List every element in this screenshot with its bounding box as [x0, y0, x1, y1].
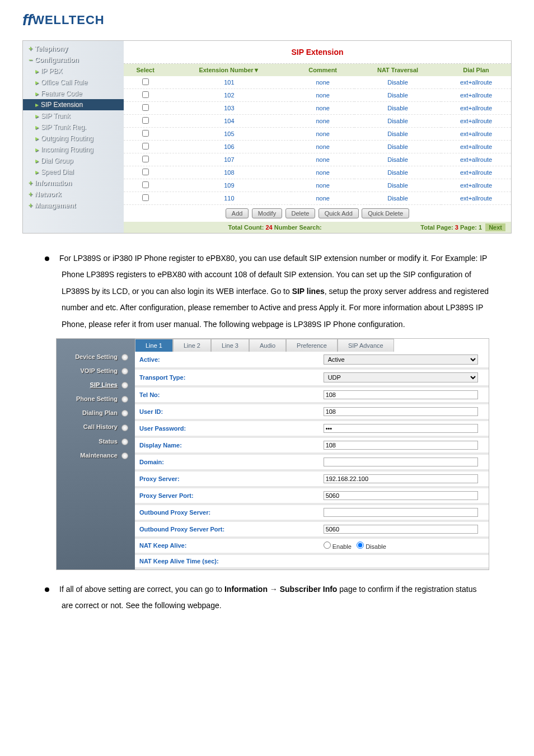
form-label: NAT Keep Alive Time (sec): — [135, 554, 319, 568]
nav-network[interactable]: +Network — [23, 189, 124, 200]
left-nav: +Telephony −Configuration ▸IP PBX▸Office… — [23, 41, 124, 233]
table-row[interactable]: 108noneDisableext+allroute — [124, 166, 511, 179]
circle-icon — [121, 396, 128, 403]
cell-ext: 103 — [167, 102, 291, 115]
field-select[interactable]: Active — [324, 354, 478, 365]
row-checkbox[interactable] — [142, 156, 149, 162]
table-row[interactable]: 103noneDisableext+allroute — [124, 102, 511, 115]
field-input[interactable] — [324, 474, 478, 483]
nav-sub-sip-trunk-reg-[interactable]: ▸SIP Trunk Reg. — [23, 122, 124, 133]
field-input[interactable] — [324, 491, 478, 500]
modify-button[interactable]: Modify — [252, 208, 282, 218]
nav-information[interactable]: +Information — [23, 178, 124, 189]
table-row[interactable]: 102noneDisableext+allroute — [124, 89, 511, 102]
radio-disable[interactable]: Disable — [357, 543, 386, 550]
nav-management[interactable]: +Management — [23, 200, 124, 211]
tab-sip-advance[interactable]: SIP Advance — [338, 339, 394, 352]
row-checkbox[interactable] — [142, 169, 149, 175]
form-label: Outbound Proxy Server: — [135, 504, 319, 521]
tab-line-2[interactable]: Line 2 — [173, 339, 211, 352]
bullet-icon: ▸ — [35, 90, 39, 97]
next-button[interactable]: Next — [485, 223, 505, 231]
nav-sub-sip-extension[interactable]: ▸SIP Extension — [23, 99, 124, 110]
nav-sub-office-call-rule[interactable]: ▸Office Call Rule — [23, 77, 124, 88]
form-label: Proxy Server: — [135, 470, 319, 487]
table-row[interactable]: 109noneDisableext+allroute — [124, 179, 511, 192]
quickdel-button[interactable]: Quick Delete — [362, 208, 409, 218]
form-label: Active: — [135, 352, 319, 368]
row-checkbox[interactable] — [142, 91, 149, 98]
table-footer: Total Count: 24 Number Search: Total Pag… — [124, 222, 511, 233]
bullet-icon — [45, 256, 49, 261]
th-plan: Dial Plan — [441, 64, 511, 76]
field-input[interactable] — [324, 525, 478, 534]
row-checkbox[interactable] — [142, 181, 149, 188]
cell-nat: Disable — [354, 89, 441, 102]
circle-icon — [121, 354, 128, 361]
cell-ext: 106 — [167, 141, 291, 153]
field-input[interactable] — [324, 508, 478, 517]
field-password[interactable] — [324, 424, 478, 433]
cell-plan: ext+allroute — [441, 192, 511, 205]
tab-audio[interactable]: Audio — [249, 339, 286, 352]
nav-sub-ip-pbx[interactable]: ▸IP PBX — [23, 66, 124, 77]
cell-comment: none — [291, 115, 354, 128]
form-label: User ID: — [135, 403, 319, 420]
plus-icon: + — [29, 202, 32, 209]
tab-preference[interactable]: Preference — [286, 339, 338, 352]
cell-ext: 102 — [167, 89, 291, 102]
table-row[interactable]: 104noneDisableext+allroute — [124, 115, 511, 128]
nav2-maintenance[interactable]: Maintenance — [57, 449, 135, 463]
cell-ext: 110 — [167, 192, 291, 205]
cell-nat: Disable — [354, 153, 441, 166]
row-checkbox[interactable] — [142, 104, 149, 111]
add-button[interactable]: Add — [226, 208, 249, 218]
lp389s-screenshot: Device Setting VOIP Setting SIP Lines Ph… — [56, 338, 489, 570]
nav-sub-feature-code[interactable]: ▸Feature Code — [23, 88, 124, 99]
nav-sub-speed-dial[interactable]: ▸Speed Dial — [23, 166, 124, 178]
quickadd-button[interactable]: Quick Add — [318, 208, 359, 218]
table-row[interactable]: 107noneDisableext+allroute — [124, 153, 511, 166]
table-row[interactable]: 106noneDisableext+allroute — [124, 141, 511, 153]
cell-ext: 105 — [167, 128, 291, 141]
field-input[interactable] — [324, 407, 478, 416]
cell-comment: none — [291, 192, 354, 205]
tab-line-1[interactable]: Line 1 — [135, 339, 173, 352]
table-row[interactable]: 110noneDisableext+allroute — [124, 192, 511, 205]
nav2-voip-setting[interactable]: VOIP Setting — [57, 364, 135, 378]
field-input[interactable] — [324, 441, 478, 450]
nav-configuration[interactable]: −Configuration — [23, 54, 124, 66]
row-checkbox[interactable] — [142, 78, 149, 85]
th-extnum[interactable]: Extension Number▼ — [167, 64, 291, 76]
nav2-status[interactable]: Status — [57, 435, 135, 449]
nav-sub-incoming-routing[interactable]: ▸Incoming Routing — [23, 144, 124, 155]
field-input[interactable] — [324, 390, 478, 399]
delete-button[interactable]: Delete — [285, 208, 316, 218]
nav2-dialing-plan[interactable]: Dialing Plan — [57, 406, 135, 420]
th-comment: Comment — [291, 64, 354, 76]
radio-enable[interactable]: Enable — [324, 543, 352, 550]
bullet-icon: ▸ — [35, 67, 39, 75]
nav-sub-outgoing-routing[interactable]: ▸Outgoing Routing — [23, 133, 124, 144]
nav2-sip-lines[interactable]: SIP Lines — [57, 378, 135, 392]
field-input[interactable] — [324, 458, 478, 466]
form-label: Tel No: — [135, 386, 319, 403]
nav2-call-history[interactable]: Call History — [57, 420, 135, 434]
table-row[interactable]: 105noneDisableext+allroute — [124, 128, 511, 141]
row-checkbox[interactable] — [142, 117, 149, 124]
cell-comment: none — [291, 141, 354, 153]
nav-sub-sip-trunk[interactable]: ▸SIP Trunk — [23, 110, 124, 122]
nav2-phone-setting[interactable]: Phone Setting — [57, 392, 135, 406]
table-row[interactable]: 101noneDisableext+allroute — [124, 76, 511, 89]
field-select[interactable]: UDP — [324, 372, 478, 382]
nav-telephony[interactable]: +Telephony — [23, 43, 124, 54]
row-checkbox[interactable] — [142, 143, 149, 150]
tab-line-3[interactable]: Line 3 — [211, 339, 249, 352]
row-checkbox[interactable] — [142, 194, 149, 201]
row-checkbox[interactable] — [142, 130, 149, 137]
nav2-device-setting[interactable]: Device Setting — [57, 350, 135, 364]
bullet-icon: ▸ — [35, 123, 39, 131]
nav-sub-dial-group[interactable]: ▸Dial Group — [23, 155, 124, 166]
th-select: Select — [124, 64, 167, 76]
cell-nat: Disable — [354, 179, 441, 192]
